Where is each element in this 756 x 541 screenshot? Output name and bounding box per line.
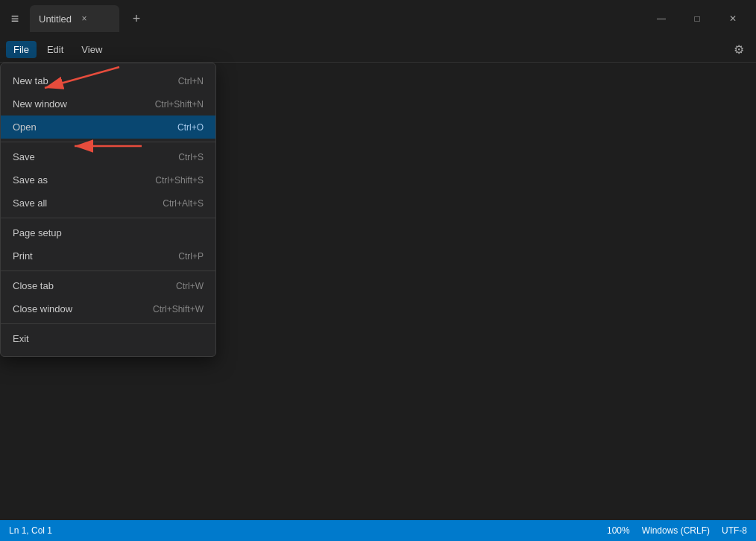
menu-item-close-window-label: Close window: [13, 303, 72, 314]
menu-edit[interactable]: Edit: [40, 41, 71, 58]
menu-item-exit[interactable]: Exit: [1, 327, 215, 350]
menu-item-open-shortcut: Ctrl+O: [177, 122, 204, 133]
menu-item-new-window-shortcut: Ctrl+Shift+N: [155, 99, 204, 110]
menu-item-save-as[interactable]: Save as Ctrl+Shift+S: [1, 168, 215, 192]
menu-item-save-all[interactable]: Save all Ctrl+Alt+S: [1, 192, 215, 215]
menu-item-save-all-label: Save all: [13, 197, 47, 209]
menu-item-page-setup-label: Page setup: [13, 227, 62, 238]
menu-item-close-window-shortcut: Ctrl+Shift+W: [153, 304, 204, 314]
menu-item-print-shortcut: Ctrl+P: [178, 251, 204, 262]
new-tab-button[interactable]: +: [125, 7, 148, 30]
status-bar: Ln 1, Col 1 100% Windows (CRLF) UTF-8: [0, 520, 756, 541]
menu-view[interactable]: View: [74, 41, 110, 58]
menu-item-save-all-shortcut: Ctrl+Alt+S: [163, 198, 204, 209]
menu-item-save-as-label: Save as: [13, 174, 48, 186]
menu-item-save-shortcut: Ctrl+S: [178, 152, 204, 162]
tab-item[interactable]: Untitled ×: [30, 5, 119, 32]
menu-item-close-tab-label: Close tab: [13, 280, 54, 291]
menu-item-close-tab-shortcut: Ctrl+W: [176, 281, 204, 291]
menu-item-close-window[interactable]: Close window Ctrl+Shift+W: [1, 297, 215, 320]
title-bar: ≡ Untitled × + — □ ✕: [0, 0, 756, 37]
window-controls: — □ ✕: [644, 7, 750, 31]
menu-item-page-setup[interactable]: Page setup: [1, 221, 215, 244]
tab-close-button[interactable]: ×: [78, 12, 91, 25]
menu-item-new-tab[interactable]: New tab Ctrl+N: [1, 69, 215, 92]
menu-section-1: New tab Ctrl+N New window Ctrl+Shift+N O…: [1, 66, 215, 142]
maximize-button[interactable]: □: [680, 7, 714, 31]
status-encoding: UTF-8: [722, 525, 747, 536]
menu-item-print-label: Print: [13, 250, 33, 262]
menu-bar: File Edit View ⚙: [0, 37, 756, 63]
menu-item-new-window-label: New window: [13, 98, 67, 110]
menu-item-save-label: Save: [13, 151, 35, 162]
menu-item-open[interactable]: Open Ctrl+O: [1, 116, 215, 139]
app-icon: ≡: [6, 10, 24, 28]
status-left: Ln 1, Col 1: [9, 525, 52, 536]
title-bar-left: ≡ Untitled × +: [6, 5, 148, 32]
menu-item-save[interactable]: Save Ctrl+S: [1, 145, 215, 168]
menu-items: File Edit View: [6, 41, 110, 58]
menu-item-print[interactable]: Print Ctrl+P: [1, 244, 215, 268]
minimize-button[interactable]: —: [644, 7, 678, 31]
menu-item-open-label: Open: [13, 121, 37, 133]
status-right: 100% Windows (CRLF) UTF-8: [607, 525, 747, 536]
menu-section-5: Exit: [1, 324, 215, 353]
menu-item-new-tab-shortcut: Ctrl+N: [178, 76, 204, 86]
menu-item-new-tab-label: New tab: [13, 75, 48, 86]
settings-icon[interactable]: ⚙: [728, 39, 750, 61]
tab-title: Untitled: [39, 13, 72, 25]
menu-section-4: Close tab Ctrl+W Close window Ctrl+Shift…: [1, 271, 215, 324]
menu-item-save-as-shortcut: Ctrl+Shift+S: [155, 175, 204, 186]
menu-section-2: Save Ctrl+S Save as Ctrl+Shift+S Save al…: [1, 142, 215, 218]
menu-item-new-window[interactable]: New window Ctrl+Shift+N: [1, 92, 215, 116]
menu-section-3: Page setup Print Ctrl+P: [1, 218, 215, 271]
status-zoom: 100%: [607, 525, 630, 536]
file-dropdown-menu: New tab Ctrl+N New window Ctrl+Shift+N O…: [0, 63, 216, 357]
menu-item-exit-label: Exit: [13, 333, 29, 344]
menu-file[interactable]: File: [6, 41, 37, 58]
close-window-button[interactable]: ✕: [716, 7, 750, 31]
status-line-ending: Windows (CRLF): [642, 525, 710, 536]
menu-item-close-tab[interactable]: Close tab Ctrl+W: [1, 274, 215, 297]
status-position: Ln 1, Col 1: [9, 525, 52, 536]
